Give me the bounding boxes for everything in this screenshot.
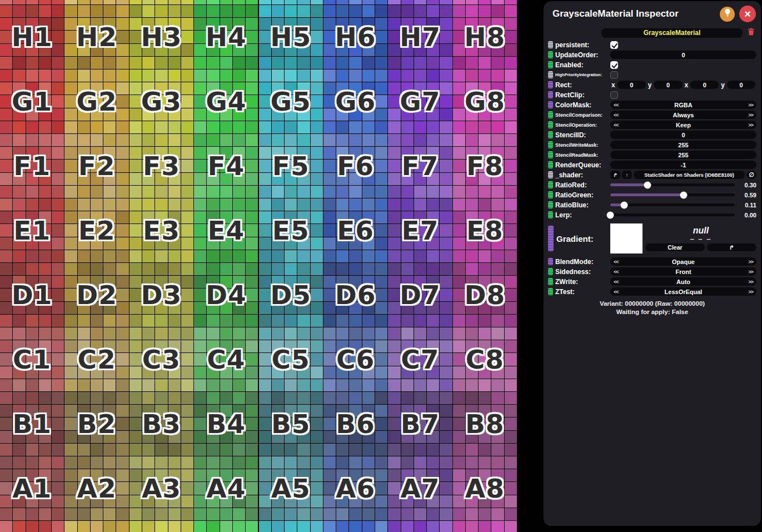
- gradient-clear-button[interactable]: Clear: [645, 243, 705, 251]
- grid-partial-cell: [323, 0, 387, 4]
- member-grip-icon[interactable]: [548, 211, 553, 218]
- rect-y1-input[interactable]: 0: [654, 81, 682, 89]
- rect-x2-input[interactable]: 0: [690, 81, 719, 89]
- member-grip-icon[interactable]: [548, 278, 553, 285]
- cycle-prev-icon[interactable]: <<: [614, 269, 619, 275]
- cycle-prev-icon[interactable]: <<: [614, 102, 619, 108]
- grid-cell-C4: C4: [194, 327, 258, 391]
- grid-row-F: F1F2F3F4F5F6F7F8: [0, 134, 517, 198]
- renderqueue-input[interactable]: -1: [610, 161, 756, 169]
- blendmode-selector[interactable]: << Opaque >>: [610, 257, 756, 266]
- shader-reference-field[interactable]: StaticShader on Shaders (ID6BE8100): [634, 171, 745, 179]
- member-grip-icon[interactable]: [548, 111, 553, 118]
- field-label: StencilOperation:: [555, 122, 597, 128]
- member-grip-icon[interactable]: [548, 61, 553, 68]
- shader-grab-button[interactable]: ↱: [610, 171, 620, 179]
- ratiored-slider[interactable]: [610, 183, 735, 186]
- member-grip-icon[interactable]: [548, 41, 553, 48]
- ztest-selector[interactable]: << LessOrEqual >>: [610, 287, 756, 296]
- member-grip-icon[interactable]: [548, 171, 553, 178]
- member-grip-icon[interactable]: [548, 181, 553, 188]
- updateorder-input[interactable]: 0: [610, 51, 756, 59]
- zwrite-selector[interactable]: << Auto >>: [610, 277, 756, 286]
- field-label: ZTest:: [555, 288, 575, 296]
- color-grid: H1H2H3H4H5H6H7H8G1G2G3G4G5G6G7G8F1F2F3F4…: [0, 0, 517, 532]
- member-grip-icon[interactable]: [548, 101, 553, 108]
- stencilwritemask-input[interactable]: 255: [610, 141, 756, 149]
- member-grip-icon[interactable]: [548, 51, 553, 58]
- rectclip-checkbox[interactable]: [610, 91, 618, 99]
- stencilcomparison-selector[interactable]: << Always >>: [610, 111, 756, 119]
- cycle-next-icon[interactable]: >>: [748, 259, 753, 265]
- ratiogreen-value: 0.59: [740, 192, 756, 198]
- cycle-next-icon[interactable]: >>: [748, 289, 753, 295]
- cycle-next-icon[interactable]: >>: [748, 102, 753, 108]
- lerp-slider[interactable]: [610, 213, 735, 216]
- hint-button[interactable]: [720, 7, 735, 22]
- grid-partial-cell: [259, 521, 323, 532]
- rect-y1-value: 0: [666, 82, 670, 88]
- grid-cell-F7: F7: [388, 134, 452, 198]
- member-grip-icon[interactable]: [548, 258, 553, 265]
- member-grip-icon[interactable]: [548, 131, 553, 138]
- cycle-prev-icon[interactable]: <<: [614, 289, 619, 295]
- field-label: BlendMode:: [555, 258, 594, 266]
- highpriorityintegration-checkbox[interactable]: [610, 71, 618, 79]
- member-grip-icon[interactable]: [548, 191, 553, 198]
- stenciloperation-selector[interactable]: << Keep >>: [610, 121, 756, 129]
- stencilreadmask-input[interactable]: 255: [610, 151, 756, 159]
- cycle-next-icon[interactable]: >>: [748, 269, 753, 275]
- grid-partial-cell: [323, 521, 387, 532]
- shader-extract-button[interactable]: ↑: [622, 171, 632, 179]
- gradient-grab-button[interactable]: ↱: [707, 243, 756, 251]
- cycle-next-icon[interactable]: >>: [748, 122, 753, 128]
- cycle-prev-icon[interactable]: <<: [614, 259, 619, 265]
- member-grip-icon[interactable]: [548, 226, 554, 251]
- grid-partial-cell: [453, 521, 517, 532]
- member-grip-icon[interactable]: [548, 151, 553, 158]
- grid-cell-B1: B1: [0, 392, 64, 456]
- slider-knob[interactable]: [644, 181, 651, 188]
- grid-cell-H7: H7: [388, 5, 452, 69]
- enabled-checkbox[interactable]: [610, 61, 618, 69]
- cycle-prev-icon[interactable]: <<: [614, 279, 619, 285]
- slider-knob[interactable]: [620, 201, 627, 208]
- member-grip-icon[interactable]: [548, 71, 553, 78]
- sidedness-selector[interactable]: << Front >>: [610, 267, 756, 276]
- stenciloperation-value: Keep: [619, 122, 749, 128]
- member-grip-icon[interactable]: [548, 141, 553, 148]
- member-grip-icon[interactable]: [548, 121, 553, 128]
- cycle-next-icon[interactable]: >>: [748, 112, 753, 118]
- member-grip-icon[interactable]: [548, 91, 553, 98]
- member-grip-icon[interactable]: [548, 268, 553, 275]
- colormask-selector[interactable]: << RGBA >>: [610, 101, 756, 109]
- rect-y2-input[interactable]: 0: [727, 81, 755, 89]
- shader-null-button[interactable]: ∅: [746, 171, 756, 179]
- grid-partial-cell: [0, 0, 64, 4]
- member-grip-icon[interactable]: [548, 161, 553, 168]
- close-button[interactable]: ×: [739, 6, 756, 22]
- destroy-button[interactable]: [745, 28, 756, 38]
- ratiogreen-slider[interactable]: [610, 193, 735, 196]
- persistent-checkbox[interactable]: [610, 41, 618, 49]
- cycle-prev-icon[interactable]: <<: [614, 112, 619, 118]
- slider-knob[interactable]: [607, 211, 614, 218]
- rect-y2-value: 0: [739, 82, 743, 88]
- member-grip-icon[interactable]: [548, 201, 553, 208]
- cycle-next-icon[interactable]: >>: [748, 279, 753, 285]
- member-grip-icon[interactable]: [548, 288, 553, 295]
- gradient-swatch[interactable]: [610, 223, 643, 253]
- material-name-field[interactable]: GrayscaleMaterial: [601, 28, 743, 38]
- grid-cell-C3: C3: [130, 327, 193, 391]
- slider-knob[interactable]: [680, 191, 688, 198]
- ratioblue-slider[interactable]: [610, 203, 735, 206]
- cycle-prev-icon[interactable]: <<: [614, 122, 619, 128]
- field-label: Enabled:: [555, 61, 584, 69]
- stencilid-input[interactable]: 0: [610, 131, 756, 139]
- field-label: RatioRed:: [555, 181, 587, 189]
- grid-partial-cell: [194, 521, 258, 532]
- trash-icon: [747, 27, 755, 38]
- rect-x1-input[interactable]: 0: [617, 81, 646, 89]
- field-row-ztest: ZTest: << LessOrEqual >>: [548, 287, 756, 296]
- member-grip-icon[interactable]: [548, 81, 553, 88]
